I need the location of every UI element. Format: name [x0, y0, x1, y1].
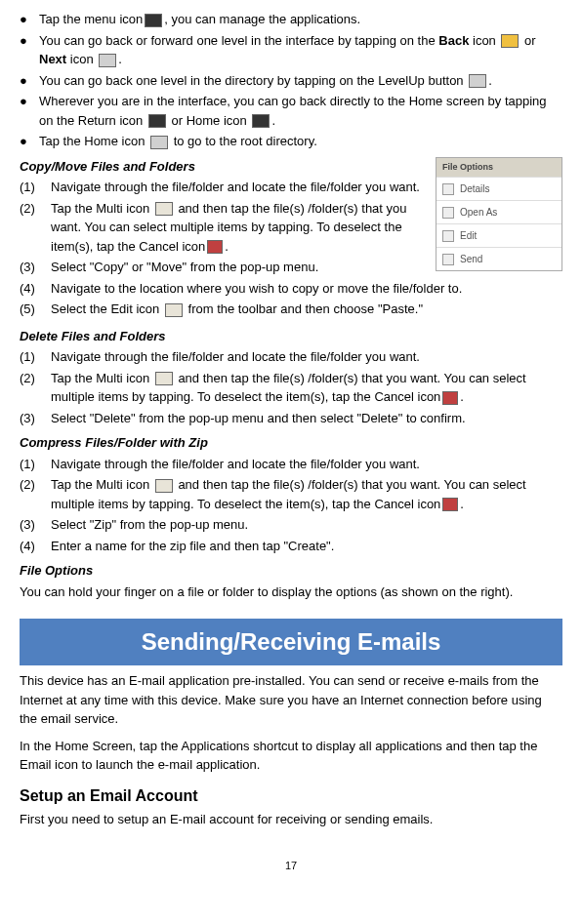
list-item: (4) Enter a name for the zip file and th…	[20, 537, 562, 556]
popup-row: Send	[436, 247, 561, 270]
email-intro-text: This device has an E-mail application pr…	[20, 671, 562, 729]
popup-label: Open As	[460, 205, 497, 220]
item-number: (3)	[20, 515, 51, 535]
file-options-popup-illustration: File Options Details Open As Edit Send	[436, 157, 562, 272]
home-icon	[252, 114, 270, 128]
return-icon	[148, 114, 166, 128]
email-launch-text: In the Home Screen, tap the Applications…	[20, 737, 562, 775]
bullet-marker: ●	[20, 31, 39, 69]
list-item: (3) Select "Delete" from the pop-up menu…	[20, 409, 562, 428]
item-text: Select the Edit icon from the toolbar an…	[51, 300, 562, 319]
delete-heading: Delete Files and Folders	[20, 327, 562, 346]
popup-row: Details	[436, 177, 561, 200]
list-item: (2) Tap the Multi icon and then tap the …	[20, 369, 562, 407]
bullet-content: You can go back one level in the directo…	[39, 71, 562, 91]
bullet-content: Wherever you are in the interface, you c…	[39, 92, 562, 130]
bullet-item: ● Wherever you are in the interface, you…	[20, 92, 562, 130]
list-item: (1) Navigate through the file/folder and…	[20, 178, 426, 197]
item-number: (5)	[20, 300, 51, 319]
text: .	[271, 113, 275, 128]
item-text: Select "Delete" from the pop-up menu and…	[51, 409, 562, 428]
bullet-item: ● Tap the Home icon to go to the root di…	[20, 132, 562, 151]
text: icon	[66, 52, 97, 66]
bullet-content: You can go back or forward one level in …	[39, 31, 562, 69]
popup-header: File Options	[436, 158, 561, 178]
page-number: 17	[20, 858, 562, 874]
menu-icon	[145, 14, 162, 27]
text: You can go back one level in the directo…	[39, 73, 467, 88]
popup-row: Edit	[436, 223, 561, 247]
email-section-banner: Sending/Receiving E-mails	[20, 619, 562, 665]
item-number: (3)	[20, 409, 51, 428]
cancel-icon	[442, 498, 458, 511]
item-text: Navigate through the file/folder and loc…	[51, 455, 562, 474]
text: to go to the root directory.	[170, 134, 317, 148]
item-number: (1)	[20, 347, 51, 367]
setup-email-text: First you need to setup an E-mail accoun…	[20, 810, 562, 829]
multi-icon	[155, 202, 173, 216]
back-icon	[501, 34, 519, 48]
levelup-icon	[469, 74, 486, 88]
item-text: Tap the Multi icon and then tap the file…	[51, 369, 562, 407]
item-number: (4)	[20, 279, 51, 299]
item-number: (1)	[20, 455, 51, 474]
popup-label: Edit	[460, 228, 477, 243]
text: .	[460, 497, 464, 511]
bullet-item: ● Tap the menu icon, you can manage the …	[20, 10, 562, 29]
text: Tap the menu icon	[39, 12, 143, 26]
multi-icon	[155, 479, 173, 493]
list-item: (3) Select "Zip" from the pop-up menu.	[20, 515, 562, 535]
item-text: Select "Zip" from the pop-up menu.	[51, 515, 562, 535]
file-options-text: You can hold your finger on a file or fo…	[20, 583, 562, 602]
list-item: (5) Select the Edit icon from the toolba…	[20, 300, 562, 319]
compress-heading: Compress Files/Folder with Zip	[20, 433, 562, 453]
home-dir-icon	[150, 136, 168, 149]
bullet-content: Tap the Home icon to go to the root dire…	[39, 132, 562, 151]
edit-toolbar-icon	[165, 303, 183, 317]
text: Tap the Home icon	[39, 134, 148, 148]
list-item: (3) Select "Copy" or "Move" from the pop…	[20, 258, 426, 277]
text: Tap the Multi icon	[51, 371, 153, 385]
text: from the toolbar and then choose "Paste.…	[185, 301, 423, 316]
text: .	[460, 389, 464, 404]
list-item: (1) Navigate through the file/folder and…	[20, 347, 562, 367]
item-number: (3)	[20, 258, 51, 277]
next-label: Next	[39, 52, 66, 66]
multi-icon	[155, 372, 173, 385]
edit-icon	[442, 230, 454, 242]
bullet-marker: ●	[20, 71, 39, 91]
popup-label: Send	[460, 252, 482, 266]
item-text: Tap the Multi icon and then tap the file…	[51, 199, 426, 257]
bullet-item: ● You can go back one level in the direc…	[20, 71, 562, 91]
item-text: Navigate through the file/folder and loc…	[51, 347, 562, 367]
item-text: Enter a name for the zip file and then t…	[51, 537, 562, 556]
popup-label: Details	[460, 181, 490, 196]
text: .	[225, 239, 229, 254]
list-item: (2) Tap the Multi icon and then tap the …	[20, 475, 562, 513]
next-icon	[99, 54, 116, 67]
cancel-icon	[442, 391, 458, 405]
list-item: (4) Navigate to the location where you w…	[20, 279, 562, 299]
openas-icon	[442, 207, 454, 219]
bullet-marker: ●	[20, 132, 39, 151]
back-label: Back	[438, 33, 469, 48]
text: Select the Edit icon	[51, 301, 163, 316]
bullet-marker: ●	[20, 10, 39, 29]
list-item: (2) Tap the Multi icon and then tap the …	[20, 199, 426, 257]
text: .	[118, 52, 122, 66]
bullet-marker: ●	[20, 92, 39, 130]
setup-email-heading: Setup an Email Account	[20, 784, 562, 808]
text: icon	[469, 33, 499, 48]
text: Tap the Multi icon	[51, 201, 153, 216]
bullet-list: ● Tap the menu icon, you can manage the …	[20, 10, 562, 151]
list-item: (1) Navigate through the file/folder and…	[20, 455, 562, 474]
text: Wherever you are in the interface, you c…	[39, 94, 547, 128]
item-number: (4)	[20, 537, 51, 556]
details-icon	[442, 183, 454, 195]
send-icon	[442, 254, 454, 265]
item-number: (1)	[20, 178, 51, 197]
text: .	[488, 73, 492, 88]
text: or Home icon	[168, 113, 251, 128]
popup-row: Open As	[436, 200, 561, 223]
item-number: (2)	[20, 199, 51, 257]
